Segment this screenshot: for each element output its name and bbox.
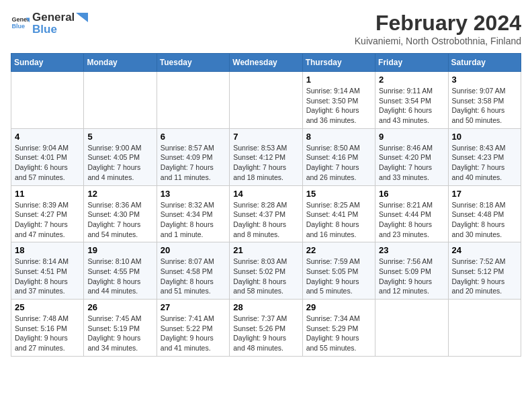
cell-date-number: 22 — [306, 245, 371, 255]
calendar-cell: 5Sunrise: 9:00 AMSunset: 4:05 PMDaylight… — [84, 128, 157, 185]
calendar-cell: 23Sunrise: 7:56 AMSunset: 5:09 PMDayligh… — [375, 242, 448, 300]
calendar-cell: 2Sunrise: 9:11 AMSunset: 3:54 PMDaylight… — [375, 72, 448, 129]
calendar-cell: 29Sunrise: 7:34 AMSunset: 5:29 PMDayligh… — [302, 300, 375, 357]
svg-text:General: General — [11, 16, 30, 23]
cell-date-number: 11 — [15, 189, 80, 199]
header-tuesday: Tuesday — [157, 54, 229, 72]
cell-date-number: 3 — [452, 75, 517, 85]
cell-date-number: 14 — [233, 189, 298, 199]
calendar-cell: 3Sunrise: 9:07 AMSunset: 3:58 PMDaylight… — [448, 72, 521, 129]
cell-date-number: 25 — [15, 302, 80, 312]
calendar-cell: 25Sunrise: 7:48 AMSunset: 5:16 PMDayligh… — [11, 300, 84, 357]
calendar-cell: 22Sunrise: 7:59 AMSunset: 5:05 PMDayligh… — [302, 242, 375, 300]
cell-info-text: Sunrise: 7:52 AMSunset: 5:12 PMDaylight:… — [452, 257, 517, 296]
cell-info-text: Sunrise: 9:04 AMSunset: 4:01 PMDaylight:… — [15, 143, 80, 183]
cell-info-text: Sunrise: 7:34 AMSunset: 5:29 PMDaylight:… — [306, 314, 371, 353]
header-row: Sunday Monday Tuesday Wednesday Thursday… — [11, 54, 521, 72]
logo-text-blue: Blue — [32, 23, 88, 36]
title-block: February 2024 Kuivaniemi, North Ostrobot… — [355, 11, 521, 46]
cell-date-number: 29 — [306, 302, 371, 312]
calendar-body: 1Sunrise: 9:14 AMSunset: 3:50 PMDaylight… — [11, 72, 521, 357]
logo-icon: General Blue — [11, 14, 30, 33]
calendar-cell: 11Sunrise: 8:39 AMSunset: 4:27 PMDayligh… — [11, 185, 84, 242]
cell-date-number: 15 — [306, 189, 371, 199]
logo-arrow-icon — [76, 13, 88, 22]
calendar-cell — [84, 72, 157, 129]
calendar-cell: 26Sunrise: 7:45 AMSunset: 5:19 PMDayligh… — [84, 300, 157, 357]
cell-info-text: Sunrise: 8:03 AMSunset: 5:02 PMDaylight:… — [233, 257, 298, 296]
cell-date-number: 13 — [161, 189, 226, 199]
cell-info-text: Sunrise: 7:56 AMSunset: 5:09 PMDaylight:… — [379, 257, 444, 296]
calendar-table: Sunday Monday Tuesday Wednesday Thursday… — [11, 53, 521, 357]
cell-info-text: Sunrise: 8:25 AMSunset: 4:41 PMDaylight:… — [306, 200, 371, 240]
cell-date-number: 23 — [379, 245, 444, 255]
month-title: February 2024 — [355, 11, 521, 36]
calendar-cell: 28Sunrise: 7:37 AMSunset: 5:26 PMDayligh… — [230, 300, 302, 357]
calendar-week-2: 4Sunrise: 9:04 AMSunset: 4:01 PMDaylight… — [11, 128, 521, 185]
calendar-cell — [11, 72, 84, 129]
cell-date-number: 5 — [87, 132, 152, 142]
cell-info-text: Sunrise: 8:07 AMSunset: 4:58 PMDaylight:… — [161, 257, 226, 296]
svg-text:Blue: Blue — [11, 23, 25, 30]
cell-info-text: Sunrise: 8:18 AMSunset: 4:48 PMDaylight:… — [452, 200, 517, 240]
cell-info-text: Sunrise: 8:10 AMSunset: 4:55 PMDaylight:… — [87, 257, 152, 296]
cell-info-text: Sunrise: 8:53 AMSunset: 4:12 PMDaylight:… — [233, 143, 298, 183]
calendar-cell: 19Sunrise: 8:10 AMSunset: 4:55 PMDayligh… — [84, 242, 157, 300]
svg-marker-4 — [76, 13, 88, 22]
header-friday: Friday — [375, 54, 448, 72]
cell-date-number: 7 — [233, 132, 298, 142]
calendar-cell: 14Sunrise: 8:28 AMSunset: 4:37 PMDayligh… — [230, 185, 302, 242]
cell-info-text: Sunrise: 8:57 AMSunset: 4:09 PMDaylight:… — [161, 143, 226, 183]
calendar-cell: 7Sunrise: 8:53 AMSunset: 4:12 PMDaylight… — [230, 128, 302, 185]
calendar-cell: 24Sunrise: 7:52 AMSunset: 5:12 PMDayligh… — [448, 242, 521, 300]
cell-info-text: Sunrise: 7:37 AMSunset: 5:26 PMDaylight:… — [233, 314, 298, 353]
cell-info-text: Sunrise: 9:00 AMSunset: 4:05 PMDaylight:… — [87, 143, 152, 183]
cell-date-number: 24 — [452, 245, 517, 255]
calendar-week-4: 18Sunrise: 8:14 AMSunset: 4:51 PMDayligh… — [11, 242, 521, 300]
cell-info-text: Sunrise: 7:41 AMSunset: 5:22 PMDaylight:… — [161, 314, 226, 353]
calendar-cell — [230, 72, 302, 129]
cell-date-number: 4 — [15, 132, 80, 142]
calendar-week-5: 25Sunrise: 7:48 AMSunset: 5:16 PMDayligh… — [11, 300, 521, 357]
calendar-cell: 8Sunrise: 8:50 AMSunset: 4:16 PMDaylight… — [302, 128, 375, 185]
calendar-cell: 13Sunrise: 8:32 AMSunset: 4:34 PMDayligh… — [157, 185, 229, 242]
cell-date-number: 20 — [161, 245, 226, 255]
calendar-cell: 17Sunrise: 8:18 AMSunset: 4:48 PMDayligh… — [448, 185, 521, 242]
header-sunday: Sunday — [11, 54, 84, 72]
cell-date-number: 10 — [452, 132, 517, 142]
calendar-cell — [448, 300, 521, 357]
calendar-cell — [157, 72, 229, 129]
calendar-week-3: 11Sunrise: 8:39 AMSunset: 4:27 PMDayligh… — [11, 185, 521, 242]
calendar-cell: 18Sunrise: 8:14 AMSunset: 4:51 PMDayligh… — [11, 242, 84, 300]
cell-info-text: Sunrise: 8:39 AMSunset: 4:27 PMDaylight:… — [15, 200, 80, 240]
calendar-header: Sunday Monday Tuesday Wednesday Thursday… — [11, 54, 521, 72]
cell-date-number: 18 — [15, 245, 80, 255]
calendar-cell — [375, 300, 448, 357]
logo-text-general: General — [32, 11, 75, 24]
cell-info-text: Sunrise: 8:14 AMSunset: 4:51 PMDaylight:… — [15, 257, 80, 296]
calendar-cell: 15Sunrise: 8:25 AMSunset: 4:41 PMDayligh… — [302, 185, 375, 242]
cell-date-number: 1 — [306, 75, 371, 85]
cell-info-text: Sunrise: 8:50 AMSunset: 4:16 PMDaylight:… — [306, 143, 371, 183]
cell-date-number: 16 — [379, 189, 444, 199]
calendar-cell: 27Sunrise: 7:41 AMSunset: 5:22 PMDayligh… — [157, 300, 229, 357]
location-subtitle: Kuivaniemi, North Ostrobothnia, Finland — [355, 36, 521, 46]
cell-info-text: Sunrise: 9:07 AMSunset: 3:58 PMDaylight:… — [452, 86, 517, 126]
logo: General Blue General Blue — [11, 11, 88, 36]
cell-info-text: Sunrise: 7:59 AMSunset: 5:05 PMDaylight:… — [306, 257, 371, 296]
page-header: General Blue General Blue February 2024 … — [11, 11, 521, 46]
cell-info-text: Sunrise: 8:36 AMSunset: 4:30 PMDaylight:… — [87, 200, 152, 240]
cell-info-text: Sunrise: 8:32 AMSunset: 4:34 PMDaylight:… — [161, 200, 226, 240]
cell-date-number: 26 — [87, 302, 152, 312]
cell-date-number: 19 — [87, 245, 152, 255]
cell-info-text: Sunrise: 9:11 AMSunset: 3:54 PMDaylight:… — [379, 86, 444, 126]
calendar-cell: 20Sunrise: 8:07 AMSunset: 4:58 PMDayligh… — [157, 242, 229, 300]
calendar-cell: 12Sunrise: 8:36 AMSunset: 4:30 PMDayligh… — [84, 185, 157, 242]
calendar-cell: 10Sunrise: 8:43 AMSunset: 4:23 PMDayligh… — [448, 128, 521, 185]
cell-info-text: Sunrise: 8:46 AMSunset: 4:20 PMDaylight:… — [379, 143, 444, 183]
calendar-cell: 21Sunrise: 8:03 AMSunset: 5:02 PMDayligh… — [230, 242, 302, 300]
cell-date-number: 28 — [233, 302, 298, 312]
header-saturday: Saturday — [448, 54, 521, 72]
calendar-cell: 16Sunrise: 8:21 AMSunset: 4:44 PMDayligh… — [375, 185, 448, 242]
cell-date-number: 6 — [161, 132, 226, 142]
